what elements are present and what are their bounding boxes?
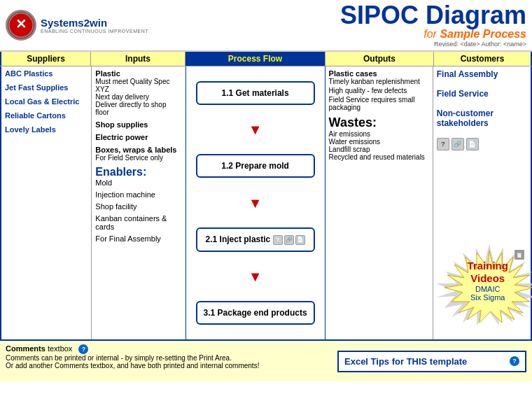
outputs-column: Plastic cases Timely kanban replenishmen…	[326, 66, 433, 339]
arrow-down-3: ▼	[248, 269, 262, 283]
excel-tips-box: Excel Tips for THIS template ?	[337, 351, 526, 372]
sub-title-highlight: Sample Process	[440, 28, 526, 40]
logo-name: Systems2win	[41, 17, 148, 29]
column-headers: Suppliers Inputs Process Flow Outputs Cu…	[0, 52, 532, 66]
training-overlay: 📋 Training Videos DMAIC Six Sigma	[433, 240, 532, 332]
customer-item: Non-customer stakeholders	[437, 108, 527, 128]
comments-title-suffix: textbox	[46, 344, 73, 353]
input-detail: For Field Service only	[95, 154, 181, 162]
input-detail: XYZ	[95, 85, 181, 93]
title-area: SIPOC Diagram for Sample Process Revised…	[340, 3, 526, 48]
comments-right: Excel Tips for THIS template ?	[337, 344, 526, 378]
comments-area: Comments textbox ? Comments can be print…	[0, 339, 532, 381]
doc-icon[interactable]: 📄	[295, 235, 305, 245]
supplier-item: Reliable Cartons	[5, 111, 88, 120]
arrow-down-2: ▼	[248, 196, 262, 210]
customers-column: Final Assembly Field Service Non-custome…	[433, 66, 531, 339]
enabler-item: Injection machine	[95, 190, 181, 199]
main-content: ABC Plastics Jet Fast Supplies Local Gas…	[0, 66, 532, 339]
help-icon[interactable]: ?	[78, 344, 88, 354]
comments-title-line: Comments textbox ?	[6, 344, 330, 354]
training-line2: Videos	[446, 272, 530, 285]
wastes-title: Wastes:	[329, 115, 429, 130]
input-title: Shop supplies	[95, 120, 181, 129]
waste-item: Air emissions	[329, 130, 429, 138]
comments-text1: Comments can be printed or internal - by…	[6, 354, 330, 362]
process-step-4: 3.1 Package end products	[196, 301, 315, 325]
input-group-boxes: Boxes, wraps & labels For Field Service …	[95, 146, 181, 162]
waste-item: Landfill scrap	[329, 146, 429, 153]
training-text: Training Videos DMAIC Six Sigma	[446, 260, 530, 302]
outputs-header: Outputs	[326, 52, 434, 66]
logo-text: Systems2win ENABLING CONTINUOUS IMPROVEM…	[41, 17, 148, 34]
supplier-item: Lovely Labels	[5, 125, 88, 134]
excel-tips-label: Excel Tips for THIS template	[344, 356, 467, 367]
enabler-item: Kanban containers & cards	[95, 214, 181, 231]
customer-item: Final Assembly	[437, 69, 527, 79]
sub-title: for Sample Process	[340, 28, 526, 41]
logo-tagline: ENABLING CONTINUOUS IMPROVEMENT	[41, 29, 148, 34]
comments-text2: Or add another Comments textbox, and hav…	[6, 362, 330, 370]
input-group-plastic: Plastic Must meet Quality Spec XYZ Next …	[95, 69, 181, 116]
process-column: 1.1 Get materials ▼ 1.2 Prepare mold ▼ 2…	[186, 66, 326, 339]
supplier-item: Local Gas & Electric	[5, 97, 88, 106]
help-icon[interactable]: ?	[437, 138, 449, 150]
inputs-header: Inputs	[91, 52, 186, 66]
revised-text: Revised: <date> Author: <name>	[340, 41, 526, 48]
input-detail: Must meet Quality Spec	[95, 78, 181, 85]
input-group-electric: Electric power	[95, 133, 181, 141]
link-icon[interactable]: 🔗	[451, 138, 464, 150]
enablers-title: Enablers:	[95, 166, 181, 178]
process-step-1: 1.1 Get materials	[196, 81, 315, 105]
customer-icon-row: ? 🔗 📄	[437, 138, 527, 150]
output-detail: Timely kanban replenishment	[329, 78, 429, 85]
training-line4: Six Sigma	[446, 293, 530, 302]
svg-text:📋: 📋	[516, 251, 523, 258]
suppliers-column: ABC Plastics Jet Fast Supplies Local Gas…	[1, 66, 92, 339]
excel-tips-row: Excel Tips for THIS template ?	[344, 356, 519, 367]
process-step-3: 2.1 Inject plastic ? 🔗 📄	[196, 227, 315, 252]
enabler-item: Mold	[95, 178, 181, 187]
input-group-shop: Shop supplies	[95, 120, 181, 129]
input-title: Boxes, wraps & labels	[95, 146, 181, 154]
supplier-item: ABC Plastics	[5, 69, 88, 78]
output-detail: Field Service requires small packaging	[329, 96, 429, 111]
main-title: SIPOC Diagram	[340, 3, 526, 28]
input-title: Plastic	[95, 69, 181, 78]
process-step-2: 1.2 Prepare mold	[196, 154, 315, 178]
sub-title-prefix: for	[424, 28, 440, 40]
enablers-section: Enablers: Mold Injection machine Shop fa…	[95, 166, 181, 243]
process-header: Process Flow	[186, 52, 326, 66]
customers-header: Customers	[434, 52, 532, 66]
logo-area: ✕ Systems2win ENABLING CONTINUOUS IMPROV…	[6, 10, 148, 41]
doc-icon[interactable]: 📄	[466, 138, 479, 150]
link-icon[interactable]: 🔗	[284, 235, 294, 245]
help-icon[interactable]: ?	[510, 356, 519, 366]
comments-left: Comments textbox ? Comments can be print…	[6, 344, 330, 378]
enabler-item: For Final Assembly	[95, 234, 181, 243]
arrow-down-1: ▼	[248, 122, 262, 136]
comments-title: Comments	[6, 344, 46, 353]
waste-item: Water emissions	[329, 138, 429, 146]
suppliers-header: Suppliers	[0, 52, 91, 66]
logo-icon: ✕	[6, 10, 36, 41]
waste-item: Recycled and reused materials	[329, 153, 429, 161]
header: ✕ Systems2win ENABLING CONTINUOUS IMPROV…	[0, 0, 532, 52]
inputs-column: Plastic Must meet Quality Spec XYZ Next …	[92, 66, 186, 339]
process-icons: ? 🔗 📄	[273, 235, 305, 245]
svg-text:✕: ✕	[15, 17, 27, 31]
input-detail: Deliver directly to shop floor	[95, 101, 181, 116]
enabler-item: Shop facility	[95, 202, 181, 211]
input-detail: Next day delivery	[95, 93, 181, 101]
outputs-title: Plastic cases	[329, 69, 429, 78]
output-detail: High quality - few defects	[329, 87, 429, 94]
training-line1: Training	[446, 260, 530, 272]
supplier-item: Jet Fast Supplies	[5, 83, 88, 92]
help-icon[interactable]: ?	[273, 235, 283, 245]
input-title: Electric power	[95, 133, 181, 141]
customer-item: Field Service	[437, 89, 527, 99]
training-line3: DMAIC	[446, 285, 530, 293]
